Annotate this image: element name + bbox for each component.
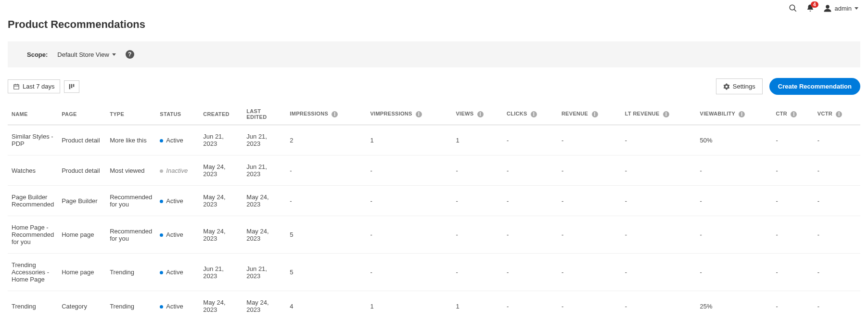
svg-rect-3 <box>14 84 19 89</box>
cell-viewability: 25% <box>696 291 772 321</box>
page-title: Product Recommendations <box>0 16 868 37</box>
create-recommendation-button[interactable]: Create Recommendation <box>769 78 860 95</box>
cell-ctr: - <box>772 186 814 216</box>
col-type[interactable]: TYPE <box>106 103 156 125</box>
table-row[interactable]: WatchesProduct detailMost viewedInactive… <box>8 155 860 186</box>
scope-select[interactable]: Default Store View <box>57 51 115 58</box>
info-icon[interactable]: i <box>791 111 797 117</box>
col-created[interactable]: CREATED <box>199 103 243 125</box>
col-status[interactable]: STATUS <box>156 103 199 125</box>
col-views[interactable]: VIEWS i <box>452 103 503 125</box>
cell-type: Recommended for you <box>106 216 156 254</box>
topbar: 4 admin <box>0 0 868 16</box>
cell-lt-revenue: - <box>621 291 696 321</box>
col-last-edited[interactable]: LAST EDITED <box>243 103 286 125</box>
col-lt-revenue[interactable]: LT REVENUE i <box>621 103 696 125</box>
cell-name: Watches <box>8 155 58 186</box>
info-icon[interactable]: i <box>477 111 484 117</box>
settings-button[interactable]: Settings <box>716 78 763 94</box>
cell-last-edited: Jun 21, 2023 <box>243 254 286 291</box>
col-revenue[interactable]: REVENUE i <box>558 103 621 125</box>
table-row[interactable]: Page Builder RecommendedPage BuilderReco… <box>8 186 860 216</box>
table-row[interactable]: Similar Styles - PDPProduct detailMore l… <box>8 125 860 155</box>
scope-value: Default Store View <box>57 51 109 58</box>
cell-last-edited: Jun 21, 2023 <box>243 155 286 186</box>
cell-views: - <box>452 155 503 186</box>
info-icon[interactable]: i <box>592 111 598 117</box>
cell-viewability: - <box>696 186 772 216</box>
cell-clicks: - <box>503 125 558 155</box>
search-icon[interactable] <box>789 4 797 13</box>
info-icon[interactable]: i <box>531 111 537 117</box>
status-dot-icon <box>160 200 163 203</box>
cell-ctr: - <box>772 125 814 155</box>
cell-vimpressions: 1 <box>366 291 452 321</box>
col-name[interactable]: NAME <box>8 103 58 125</box>
table-row[interactable]: Trending Accessories - Home PageHome pag… <box>8 254 860 291</box>
notifications-icon[interactable]: 4 <box>806 4 815 13</box>
cell-ctr: - <box>772 291 814 321</box>
cell-impressions: 5 <box>286 254 366 291</box>
cell-views: 1 <box>452 125 503 155</box>
recommendations-table: NAME PAGE TYPE STATUS CREATED LAST EDITE… <box>8 103 860 321</box>
table-row[interactable]: Home Page - Recommended for youHome page… <box>8 216 860 254</box>
cell-views: - <box>452 216 503 254</box>
cell-vctr: - <box>814 186 860 216</box>
status-dot-icon <box>160 305 163 308</box>
cell-page: Category <box>58 291 106 321</box>
col-vimpressions[interactable]: vIMPRESSIONS i <box>366 103 452 125</box>
cell-type: More like this <box>106 125 156 155</box>
user-menu[interactable]: admin <box>823 4 858 13</box>
cell-impressions: - <box>286 155 366 186</box>
col-impressions[interactable]: IMPRESSIONS i <box>286 103 366 125</box>
cell-viewability: 50% <box>696 125 772 155</box>
svg-line-1 <box>794 9 796 12</box>
cell-name: Trending <box>8 291 58 321</box>
cell-status: Active <box>156 125 199 155</box>
cell-revenue: - <box>558 125 621 155</box>
svg-rect-8 <box>71 84 72 88</box>
cell-impressions: 4 <box>286 291 366 321</box>
cell-status: Active <box>156 254 199 291</box>
cell-page: Page Builder <box>58 186 106 216</box>
cell-vctr: - <box>814 254 860 291</box>
cell-status: Inactive <box>156 155 199 186</box>
cell-created: May 24, 2023 <box>199 291 243 321</box>
status-dot-icon <box>160 233 163 237</box>
cell-lt-revenue: - <box>621 186 696 216</box>
cell-lt-revenue: - <box>621 125 696 155</box>
info-icon[interactable]: i <box>663 111 669 117</box>
info-icon[interactable]: i <box>739 111 745 117</box>
col-ctr[interactable]: CTR i <box>772 103 814 125</box>
svg-rect-9 <box>73 84 74 87</box>
scope-label: Scope: <box>27 51 48 58</box>
info-icon[interactable]: i <box>836 111 842 117</box>
table-header-row: NAME PAGE TYPE STATUS CREATED LAST EDITE… <box>8 103 860 125</box>
cell-type: Recommended for you <box>106 186 156 216</box>
gear-icon <box>723 83 730 90</box>
cell-name: Page Builder Recommended <box>8 186 58 216</box>
cell-lt-revenue: - <box>621 254 696 291</box>
cell-clicks: - <box>503 155 558 186</box>
help-icon[interactable]: ? <box>126 50 134 59</box>
cell-last-edited: May 24, 2023 <box>243 216 286 254</box>
cell-vctr: - <box>814 155 860 186</box>
cell-vctr: - <box>814 291 860 321</box>
col-clicks[interactable]: CLICKS i <box>503 103 558 125</box>
col-page[interactable]: PAGE <box>58 103 106 125</box>
info-icon[interactable]: i <box>332 111 338 117</box>
date-range-button[interactable]: Last 7 days <box>8 79 60 93</box>
col-vctr[interactable]: vCTR i <box>814 103 860 125</box>
cell-viewability: - <box>696 216 772 254</box>
svg-rect-7 <box>69 84 70 89</box>
info-icon[interactable]: i <box>416 111 422 117</box>
cell-last-edited: May 24, 2023 <box>243 186 286 216</box>
chevron-down-icon <box>855 7 858 10</box>
cell-revenue: - <box>558 186 621 216</box>
cell-vimpressions: - <box>366 216 452 254</box>
table-row[interactable]: TrendingCategoryTrendingActiveMay 24, 20… <box>8 291 860 321</box>
columns-config-button[interactable] <box>64 80 79 93</box>
toolbar: Last 7 days Settings Create Recommendati… <box>0 72 868 99</box>
col-viewability[interactable]: VIEWABILITY i <box>696 103 772 125</box>
user-name: admin <box>835 5 852 12</box>
